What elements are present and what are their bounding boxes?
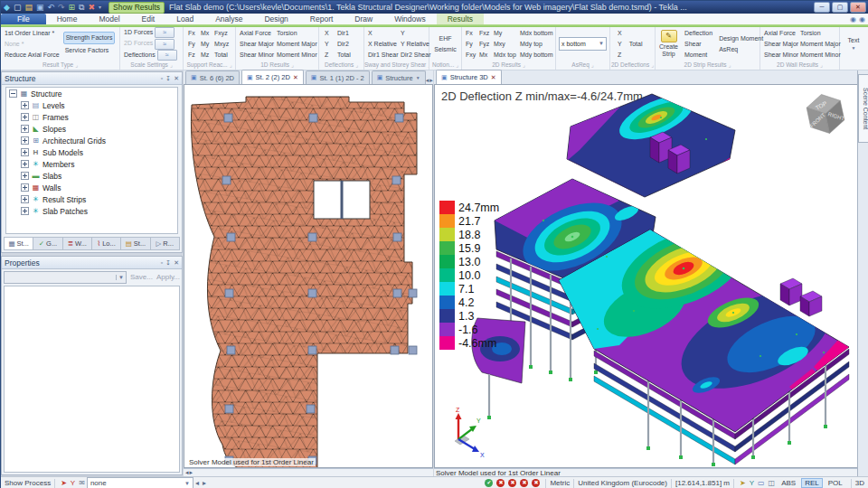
expand-icon[interactable]: [21, 101, 29, 109]
process-selector-combobox[interactable]: none▼: [87, 477, 193, 488]
branch-icon[interactable]: Y: [750, 479, 754, 487]
scale-deflections[interactable]: Deflections ≈: [122, 50, 179, 61]
pol-toggle[interactable]: POL: [825, 478, 846, 488]
scroll-right-icon[interactable]: ▸: [190, 469, 193, 476]
properties-save-button[interactable]: Save...: [130, 273, 153, 281]
defl-total[interactable]: Total: [335, 50, 361, 61]
error-status-icon[interactable]: ✖: [508, 479, 516, 487]
1d-axial-force[interactable]: Axial Force: [238, 28, 275, 39]
dock-tab-review[interactable]: ▷R...: [151, 237, 180, 250]
2d-defl-y[interactable]: Y: [616, 39, 624, 50]
scale-1d-forces[interactable]: 1D Forces ≈: [122, 27, 179, 38]
tab-load[interactable]: Load: [165, 14, 204, 24]
support-mx[interactable]: Mx: [199, 28, 212, 39]
redo-icon[interactable]: ↷: [58, 3, 65, 12]
2d-fxz[interactable]: Fxz: [477, 28, 492, 39]
2d-fyz[interactable]: Fyz: [477, 39, 492, 50]
view-cube[interactable]: TOP FRONT RIGHT: [803, 90, 848, 137]
tab-design[interactable]: Design: [253, 14, 298, 24]
tree-item-result-strips[interactable]: ✳Result Strips: [6, 193, 177, 205]
sheet-icon[interactable]: ◫: [769, 479, 776, 487]
tree-item-frames[interactable]: ◫Frames: [6, 111, 177, 123]
notional-ehf[interactable]: EHF: [429, 33, 461, 44]
2d-mdy-top[interactable]: Mdy top: [518, 39, 556, 50]
strip-deflection[interactable]: Deflection: [683, 28, 714, 39]
support-total[interactable]: Total: [212, 50, 234, 61]
service-factors-button[interactable]: Service Factors: [63, 45, 116, 56]
error-status-icon[interactable]: ✖: [532, 479, 540, 487]
dock-tab-groups[interactable]: ✓G...: [33, 237, 62, 250]
view-2d-scrollbar[interactable]: ◂ ▸: [184, 468, 433, 476]
tool-icon[interactable]: ➤: [61, 479, 67, 487]
maximize-button[interactable]: ▢: [832, 2, 848, 13]
view-tab-structure-3d[interactable]: ▣Structure 3D✕: [436, 70, 502, 84]
region-label[interactable]: United Kingdom (Eurocode): [578, 479, 667, 487]
scroll-left-icon[interactable]: ◂: [185, 469, 189, 476]
defl-z[interactable]: Z: [323, 50, 335, 61]
pin-icon[interactable]: ↧: [165, 75, 171, 82]
pin-icon[interactable]: ↧: [165, 259, 171, 267]
view-tab-structure[interactable]: ▣Structure▼: [372, 70, 426, 84]
2d-defl-z[interactable]: Z: [616, 50, 624, 61]
tab-scroll-left-icon[interactable]: ◂: [426, 77, 429, 84]
2d-mdx-bottom[interactable]: Mdx bottom: [518, 28, 556, 39]
rel-toggle[interactable]: REL: [801, 478, 823, 488]
tab-report[interactable]: Report: [299, 14, 344, 24]
defl-y[interactable]: Y: [323, 39, 335, 50]
support-fxyz[interactable]: Fxyz: [212, 28, 234, 39]
result-order-dropdown[interactable]: 1st Order Linear *: [3, 28, 61, 39]
close-tab-icon[interactable]: ✕: [293, 74, 298, 81]
plane-icon[interactable]: ▭: [758, 479, 765, 487]
view-tab-st6[interactable]: ▣St. 6 (6) 2D: [185, 70, 240, 84]
2d-fy[interactable]: Fy: [464, 39, 477, 50]
copy-icon[interactable]: ⧉: [79, 3, 84, 12]
expand-icon[interactable]: [21, 183, 29, 192]
qat-menu-arrow-icon[interactable]: ▾: [99, 3, 101, 12]
strip-shear[interactable]: Shear: [683, 39, 714, 50]
expand-icon[interactable]: [21, 172, 29, 180]
1d-moment-major[interactable]: Moment Major: [275, 39, 320, 50]
structure-tree[interactable]: ▦ Structure ▤Levels ◫Frames ◣Slopes ⊞Arc…: [5, 87, 178, 234]
support-fz[interactable]: Fz: [186, 50, 199, 61]
expand-icon[interactable]: [21, 160, 29, 168]
tab-file[interactable]: File: [1, 14, 46, 24]
scale-2d-forces[interactable]: 2D Forces ≈: [122, 38, 179, 49]
expand-icon[interactable]: [21, 195, 29, 203]
strip-design-moment[interactable]: Design Moment: [717, 33, 765, 44]
tree-root[interactable]: ▦ Structure: [6, 88, 177, 99]
sway-dir1-shear[interactable]: Dir1 Shear: [366, 50, 399, 61]
view-tab-st1[interactable]: ▣St. 1 (1) 2D - 2: [306, 70, 370, 84]
next-icon[interactable]: ▸: [203, 479, 206, 487]
tree-item-sub-models[interactable]: HSub Models: [6, 146, 177, 158]
notional-seismic[interactable]: Seismic: [429, 44, 461, 55]
valid-status-icon[interactable]: ✔: [485, 479, 493, 487]
view-3d-canvas[interactable]: 2D Deflection Z min/max=-4.6/24.7mm: [434, 84, 858, 468]
show-process-label[interactable]: Show Process: [1, 479, 51, 487]
dock-tab-loading[interactable]: ⌇Lo...: [92, 237, 121, 250]
tree-item-members[interactable]: ✳Members: [6, 158, 177, 170]
sway-x[interactable]: X: [366, 28, 399, 39]
2d-my[interactable]: My: [492, 28, 518, 39]
2d-mx[interactable]: Mx: [477, 50, 492, 61]
3d-mode-indicator[interactable]: 3D: [855, 479, 868, 487]
delete-icon[interactable]: ✖: [89, 3, 96, 12]
support-mxyz[interactable]: Mxyz: [212, 39, 234, 50]
1d-shear-minor[interactable]: Shear Minor: [238, 50, 275, 61]
help-icon[interactable]: ◉: [850, 15, 856, 23]
dock-tab-status[interactable]: ▤St...: [121, 237, 150, 250]
save-icon[interactable]: ▣: [36, 3, 44, 12]
sway-x-relative[interactable]: X Relative: [366, 39, 399, 50]
close-icon[interactable]: ✕: [174, 259, 179, 267]
defl-x[interactable]: X: [323, 28, 335, 39]
sway-dir2-shear[interactable]: Dir2 Shear: [399, 50, 431, 61]
minimize-button[interactable]: ─: [814, 2, 830, 13]
properties-apply-button[interactable]: Apply...: [156, 273, 180, 281]
expand-icon[interactable]: [21, 125, 29, 133]
dock-tab-wind[interactable]: ≣W...: [63, 237, 92, 250]
tool-icon[interactable]: Y: [71, 479, 75, 487]
tree-item-slopes[interactable]: ◣Slopes: [6, 123, 177, 135]
dock-tab-structure[interactable]: ▦St...: [4, 237, 33, 250]
view-2d-canvas[interactable]: Solver Model used for 1st Order Linear: [184, 84, 433, 468]
prev-icon[interactable]: ◂: [195, 479, 199, 487]
error-status-icon[interactable]: ✖: [520, 479, 528, 487]
